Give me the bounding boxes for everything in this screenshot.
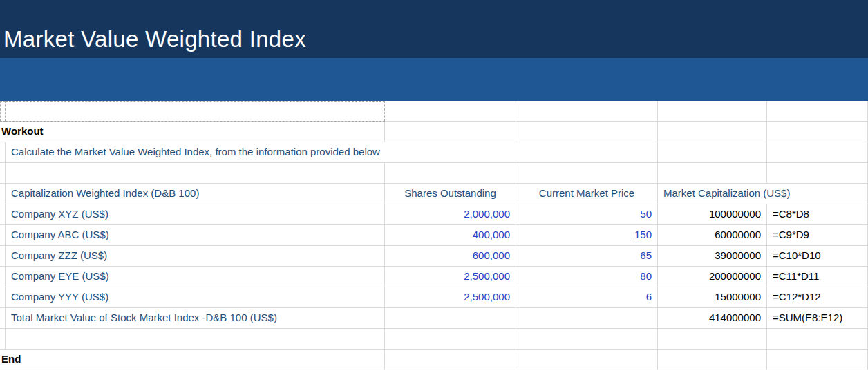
cell-market-cap[interactable]: 200000000 (658, 267, 767, 287)
cell-empty[interactable] (516, 350, 658, 370)
title-banner: Market Value Weighted Index (0, 0, 868, 58)
cell-empty[interactable] (385, 122, 516, 142)
cell-empty[interactable] (767, 142, 868, 162)
cell-a1[interactable] (0, 101, 6, 122)
table-row: Company EYE (US$) 2,500,000 80 200000000… (0, 267, 868, 287)
cell-empty[interactable] (0, 287, 6, 307)
cell-instruction[interactable]: Calculate the Market Value Weighted Inde… (6, 142, 658, 162)
cell-workout-label[interactable]: Workout (0, 122, 385, 142)
cell-empty[interactable] (385, 350, 516, 370)
cell-empty[interactable] (0, 163, 6, 183)
page-title: Market Value Weighted Index (0, 26, 306, 58)
cell-b1[interactable] (6, 101, 385, 122)
cell-total-label[interactable]: Total Market Value of Stock Market Index… (6, 308, 385, 328)
cell-empty[interactable] (0, 246, 6, 266)
spreadsheet-grid: Workout Calculate the Market Value Weigh… (0, 101, 868, 370)
table-row: Company ZZZ (US$) 600,000 65 39000000 =C… (0, 246, 868, 267)
cell-formula[interactable]: =C11*D11 (767, 267, 868, 287)
cell-price[interactable]: 50 (516, 204, 658, 224)
cell-empty[interactable] (385, 163, 516, 183)
cell-formula[interactable]: =C12*D12 (767, 287, 868, 307)
cell-price[interactable]: 65 (516, 246, 658, 266)
cell-formula[interactable]: =C9*D9 (767, 225, 868, 245)
sheet-row-headers: Capitalization Weighted Index (D&B 100) … (0, 184, 868, 204)
table-row: Company YYY (US$) 2,500,000 6 15000000 =… (0, 287, 868, 308)
cell-total-market-cap[interactable]: 414000000 (658, 308, 767, 328)
cell-empty[interactable] (0, 204, 6, 224)
cell-shares[interactable]: 2,000,000 (385, 204, 516, 224)
sheet-row-workout: Workout (0, 122, 868, 142)
cell-company-label[interactable]: Company ZZZ (US$) (6, 246, 385, 266)
cell-empty[interactable] (0, 308, 6, 328)
cell-company-label[interactable]: Company YYY (US$) (6, 287, 385, 307)
cell-company-label[interactable]: Company EYE (US$) (6, 267, 385, 287)
cell-empty[interactable] (767, 163, 868, 183)
cell-empty[interactable] (6, 163, 385, 183)
cell-shares[interactable]: 2,500,000 (385, 267, 516, 287)
cell-shares[interactable]: 600,000 (385, 246, 516, 266)
cell-price[interactable]: 80 (516, 267, 658, 287)
sheet-row-end: End (0, 350, 868, 370)
cell-empty[interactable] (767, 122, 868, 142)
cell-empty[interactable] (658, 163, 767, 183)
cell-empty[interactable] (385, 308, 516, 328)
cell-company-label[interactable]: Company ABC (US$) (6, 225, 385, 245)
cell-empty[interactable] (516, 308, 658, 328)
cell-empty[interactable] (658, 329, 767, 349)
cell-total-formula[interactable]: =SUM(E8:E12) (767, 308, 868, 328)
cell-empty[interactable] (516, 101, 658, 121)
col-header-market-capitalization[interactable]: Market Capitalization (US$) (658, 184, 868, 204)
cell-empty[interactable] (516, 329, 658, 349)
banner-accent-bar (0, 58, 868, 101)
cell-formula[interactable]: =C8*D8 (767, 204, 868, 224)
table-row: Company ABC (US$) 400,000 150 60000000 =… (0, 225, 868, 246)
cell-empty[interactable] (658, 350, 767, 370)
cell-empty[interactable] (0, 329, 6, 349)
cell-empty[interactable] (767, 101, 868, 121)
cell-empty[interactable] (658, 101, 767, 121)
cell-empty[interactable] (0, 267, 6, 287)
cell-market-cap[interactable]: 39000000 (658, 246, 767, 266)
table-row: Company XYZ (US$) 2,000,000 50 100000000… (0, 204, 868, 225)
sheet-row-empty (0, 163, 868, 184)
cell-empty[interactable] (0, 225, 6, 245)
cell-market-cap[interactable]: 100000000 (658, 204, 767, 224)
cell-shares[interactable]: 400,000 (385, 225, 516, 245)
cell-empty[interactable] (767, 350, 868, 370)
cell-empty[interactable] (6, 329, 385, 349)
cell-empty[interactable] (516, 163, 658, 183)
col-header-current-market-price[interactable]: Current Market Price (516, 184, 658, 204)
cell-empty[interactable] (385, 329, 516, 349)
cell-price[interactable]: 6 (516, 287, 658, 307)
cell-end-label[interactable]: End (0, 350, 385, 370)
col-header-shares-outstanding[interactable]: Shares Outstanding (385, 184, 516, 204)
cell-market-cap[interactable]: 15000000 (658, 287, 767, 307)
cell-empty[interactable] (385, 101, 516, 121)
cell-formula[interactable]: =C10*D10 (767, 246, 868, 266)
sheet-row-instruction: Calculate the Market Value Weighted Inde… (0, 142, 868, 163)
cell-empty[interactable] (658, 142, 767, 162)
cell-empty[interactable] (0, 184, 6, 204)
cell-empty[interactable] (0, 142, 6, 162)
cell-empty[interactable] (658, 122, 767, 142)
sheet-row-empty (0, 329, 868, 350)
cell-empty[interactable] (767, 329, 868, 349)
cell-market-cap[interactable]: 60000000 (658, 225, 767, 245)
cell-price[interactable]: 150 (516, 225, 658, 245)
cell-company-label[interactable]: Company XYZ (US$) (6, 204, 385, 224)
cell-empty[interactable] (516, 122, 658, 142)
cell-shares[interactable]: 2,500,000 (385, 287, 516, 307)
table-total-row: Total Market Value of Stock Market Index… (0, 308, 868, 329)
col-header-index-name[interactable]: Capitalization Weighted Index (D&B 100) (6, 184, 385, 204)
sheet-row-marquee (0, 101, 868, 122)
